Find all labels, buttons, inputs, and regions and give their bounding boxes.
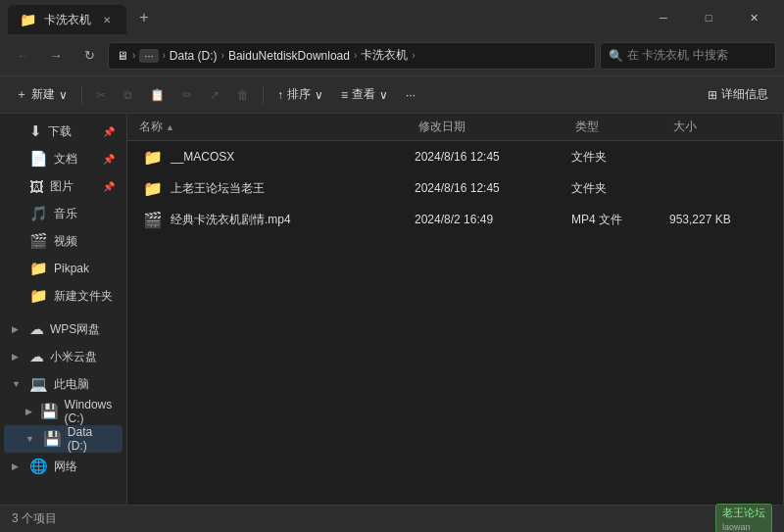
- new-tab-button[interactable]: +: [130, 4, 158, 31]
- cut-button[interactable]: ✂: [88, 81, 114, 109]
- sidebar-label-datad: Data (D:): [68, 425, 115, 453]
- downloads-icon: ⬇: [29, 122, 42, 140]
- new-button[interactable]: ＋ 新建 ∨: [8, 81, 75, 109]
- documents-icon: 📄: [29, 150, 48, 168]
- share-icon: ↗: [210, 88, 220, 102]
- delete-button[interactable]: 🗑: [229, 81, 257, 109]
- sidebar-item-pikpak[interactable]: 📁 Pikpak: [4, 255, 122, 282]
- expand-arrow-windowsc: ▶: [25, 407, 34, 416]
- sidebar-label-downloads: 下载: [48, 123, 72, 140]
- sidebar-label-documents: 文档: [54, 151, 77, 168]
- sidebar-item-newfolder[interactable]: 📁 新建文件夹: [4, 282, 122, 310]
- sort-button[interactable]: ↑ 排序 ∨: [270, 81, 331, 109]
- sidebar-label-windowsc: Windows (C:): [65, 398, 115, 425]
- file-name-cell-laowanglun: 📁 上老王论坛当老王: [143, 179, 415, 198]
- file-row-laowanglun[interactable]: 📁 上老王论坛当老王 2024/8/16 12:45 文件夹: [131, 173, 779, 203]
- thispc-icon: 💻: [29, 375, 48, 393]
- watermark-sub: laowan: [722, 522, 751, 532]
- file-row-macosx[interactable]: 📁 __MACOSX 2024/8/16 12:45 文件夹: [131, 142, 779, 171]
- sidebar-item-windowsc[interactable]: ▶ 💾 Windows (C:): [4, 398, 122, 425]
- folder-icon-macosx: 📁: [143, 148, 163, 167]
- copy-button[interactable]: ⧉: [116, 81, 140, 109]
- path-more[interactable]: ···: [139, 49, 158, 63]
- new-icon: ＋: [16, 86, 27, 103]
- more-button[interactable]: ···: [398, 81, 423, 109]
- details-button[interactable]: ⊞ 详细信息: [700, 81, 776, 109]
- col-header-modified[interactable]: 修改日期: [418, 119, 575, 135]
- sidebar-item-music[interactable]: 🎵 音乐: [4, 200, 122, 227]
- sidebar-item-wpsdisk[interactable]: ▶ ☁ WPS网盘: [4, 315, 122, 343]
- file-type-mp4: MP4 文件: [571, 212, 669, 228]
- sidebar-label-network: 网络: [54, 459, 77, 475]
- back-button[interactable]: ←: [8, 42, 37, 70]
- music-icon: 🎵: [29, 205, 48, 222]
- expand-arrow-network: ▶: [12, 461, 24, 471]
- newfolder-icon: 📁: [29, 287, 48, 305]
- col-modified-label: 修改日期: [418, 119, 466, 135]
- videos-icon: 🎬: [29, 232, 48, 250]
- path-item-data[interactable]: Data (D:): [170, 49, 218, 63]
- sidebar-item-downloads[interactable]: ⬇ 下载 📌: [4, 118, 122, 145]
- cut-icon: ✂: [96, 88, 106, 102]
- expand-arrow-xiaomidisk: ▶: [12, 352, 24, 362]
- sidebar-label-music: 音乐: [54, 206, 77, 222]
- tab-folder-icon: 📁: [20, 12, 36, 27]
- datad-icon: 💾: [43, 430, 62, 448]
- view-arrow-icon: ∨: [379, 88, 388, 102]
- pikpak-icon: 📁: [29, 260, 48, 277]
- new-label: 新建: [31, 86, 55, 103]
- col-type-label: 类型: [575, 119, 599, 135]
- forward-button[interactable]: →: [41, 42, 71, 70]
- rename-button[interactable]: ✏: [174, 81, 200, 109]
- file-row-mp4[interactable]: 🎬 经典卡洗衣机剧情.mp4 2024/8/2 16:49 MP4 文件 953…: [131, 205, 779, 234]
- pin-icon-documents: 📌: [103, 154, 115, 165]
- pin-icon-downloads: 📌: [103, 126, 115, 137]
- paste-button[interactable]: 📋: [142, 81, 172, 109]
- col-header-size[interactable]: 大小: [673, 119, 771, 135]
- sidebar-item-videos[interactable]: 🎬 视频: [4, 227, 122, 255]
- col-header-name[interactable]: 名称 ▲: [139, 119, 418, 135]
- view-icon: ≡: [341, 88, 348, 102]
- expand-arrow-datad: ▼: [25, 434, 37, 444]
- sidebar: ⬇ 下载 📌 📄 文档 📌 🖼 图片 📌 🎵 音乐 🎬 视频: [0, 114, 127, 505]
- col-header-type[interactable]: 类型: [575, 119, 673, 135]
- delete-icon: 🗑: [237, 88, 249, 102]
- sidebar-item-datad[interactable]: ▼ 💾 Data (D:): [4, 425, 122, 453]
- network-icon: 🌐: [29, 458, 48, 475]
- sidebar-label-pikpak: Pikpak: [54, 262, 89, 275]
- tab-title: 卡洗衣机: [44, 12, 91, 28]
- sidebar-item-pictures[interactable]: 🖼 图片 📌: [4, 172, 122, 200]
- col-size-label: 大小: [673, 119, 697, 135]
- close-button[interactable]: ✕: [731, 0, 776, 35]
- search-box[interactable]: 🔍 在 卡洗衣机 中搜索: [600, 42, 776, 70]
- maximize-button[interactable]: □: [686, 0, 731, 35]
- path-item-baidu[interactable]: BaiduNetdiskDownload: [228, 49, 350, 63]
- more-icon: ···: [406, 88, 416, 102]
- view-label: 查看: [352, 86, 375, 103]
- view-button[interactable]: ≡ 查看 ∨: [333, 81, 396, 109]
- title-tab[interactable]: 📁 卡洗衣机 ✕: [8, 5, 126, 34]
- sidebar-label-newfolder: 新建文件夹: [54, 288, 113, 305]
- toolbar: ＋ 新建 ∨ ✂ ⧉ 📋 ✏ ↗ 🗑 ↑ 排序 ∨ ≡ 查看 ∨ ··· ⊞ 详…: [0, 76, 784, 114]
- sidebar-item-network[interactable]: ▶ 🌐 网络: [4, 453, 122, 480]
- address-path[interactable]: 🖥 › ··· › Data (D:) › BaiduNetdiskDownlo…: [108, 42, 596, 70]
- sidebar-item-xiaomidisk[interactable]: ▶ ☁ 小米云盘: [4, 343, 122, 370]
- windowsc-icon: 💾: [40, 403, 59, 420]
- path-item-current[interactable]: 卡洗衣机: [361, 47, 408, 64]
- copy-icon: ⧉: [123, 88, 132, 102]
- file-modified-macosx: 2024/8/16 12:45: [415, 150, 571, 164]
- share-button[interactable]: ↗: [202, 81, 227, 109]
- sidebar-label-thispc: 此电脑: [54, 376, 89, 393]
- expand-arrow-wpsdisk: ▶: [12, 324, 24, 334]
- file-type-macosx: 文件夹: [571, 149, 669, 166]
- tab-close-button[interactable]: ✕: [99, 12, 115, 27]
- watermark-text: 老王论坛: [722, 507, 765, 518]
- item-count: 3 个项目: [12, 510, 57, 527]
- sidebar-item-documents[interactable]: 📄 文档 📌: [4, 145, 122, 172]
- main-layout: ⬇ 下载 📌 📄 文档 📌 🖼 图片 📌 🎵 音乐 🎬 视频: [0, 114, 784, 505]
- minimize-button[interactable]: ─: [641, 0, 686, 35]
- refresh-button[interactable]: ↻: [74, 42, 104, 70]
- sidebar-item-thispc[interactable]: ▼ 💻 此电脑: [4, 370, 122, 398]
- sort-arrow-icon: ∨: [315, 88, 323, 102]
- file-content: 名称 ▲ 修改日期 类型 大小 📁 __MACOSX 2024/8/16 12:…: [127, 114, 783, 505]
